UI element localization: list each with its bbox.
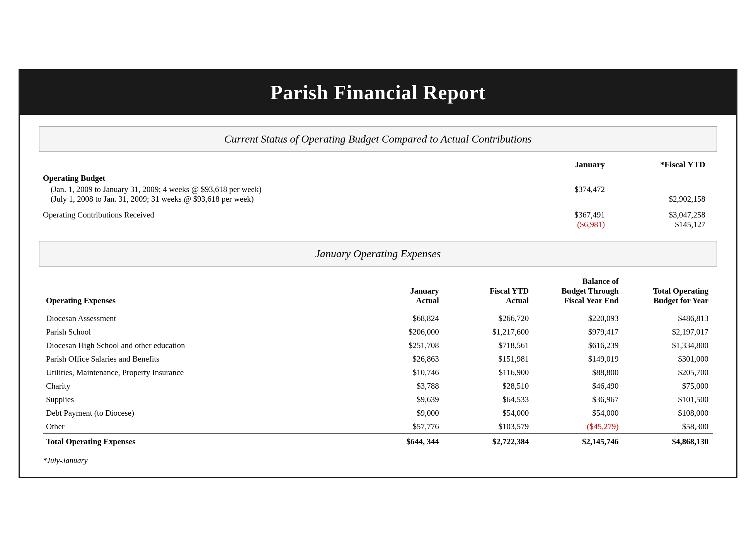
row-total: $101,500 (623, 393, 713, 406)
total-total: $4,868,130 (623, 434, 713, 449)
row-balance: $36,967 (533, 393, 623, 406)
row-label: Diocesan Assessment (43, 312, 354, 325)
row-jan: $9,639 (354, 393, 443, 406)
ob-line2-row: (July 1, 2008 to Jan. 31, 2009; 31 weeks… (43, 194, 713, 204)
row-total: $205,700 (623, 366, 713, 379)
row-total: $58,300 (623, 420, 713, 434)
th-jan: January Actual (354, 274, 443, 308)
row-balance: $979,417 (533, 325, 623, 339)
row-label: Other (43, 420, 354, 434)
total-row: Total Operating Expenses $644, 344 $2,72… (43, 434, 713, 449)
page-title: Parish Financial Report (35, 81, 721, 104)
operating-budget-section: January *Fiscal YTD Operating Budget (Ja… (39, 160, 717, 229)
footnote: *July-January (43, 456, 713, 465)
col-fiscal-ytd-header: *Fiscal YTD (628, 160, 705, 170)
row-label: Parish Office Salaries and Benefits (43, 352, 354, 366)
row-label: Debt Payment (to Diocese) (43, 406, 354, 420)
oc-row: Operating Contributions Received $367,49… (43, 210, 713, 229)
row-ytd: $266,720 (444, 312, 533, 325)
row-jan: $57,776 (354, 420, 443, 434)
oc-jan-diff: ($6,981) (535, 220, 605, 229)
table-row: Parish Office Salaries and Benefits $26,… (43, 352, 713, 366)
oc-ytd-col: $3,047,258 $145,127 (636, 210, 713, 229)
row-label: Utilities, Maintenance, Property Insuran… (43, 366, 354, 379)
row-label: Supplies (43, 393, 354, 406)
oc-label: Operating Contributions Received (43, 210, 535, 220)
row-ytd: $116,900 (444, 366, 533, 379)
table-row: Diocesan High School and other education… (43, 339, 713, 352)
row-jan: $206,000 (354, 325, 443, 339)
row-ytd: $103,579 (444, 420, 533, 434)
table-row: Debt Payment (to Diocese) $9,000 $54,000… (43, 406, 713, 420)
row-ytd: $718,561 (444, 339, 533, 352)
row-jan: $9,000 (354, 406, 443, 420)
row-jan: $10,746 (354, 366, 443, 379)
total-ytd: $2,722,384 (444, 434, 533, 449)
row-ytd: $1,217,600 (444, 325, 533, 339)
ob-line2-ytd: $2,902,158 (636, 194, 713, 204)
section2-title: January Operating Expenses (51, 248, 705, 260)
th-ytd: Fiscal YTD Actual (444, 274, 533, 308)
row-jan: $26,863 (354, 352, 443, 366)
oc-jan-col: $367,491 ($6,981) (535, 210, 613, 229)
ob-line1-row: (Jan. 1, 2009 to January 31, 2009; 4 wee… (43, 185, 713, 194)
expenses-table: Operating Expenses January Actual Fiscal… (43, 274, 713, 448)
row-balance: $46,490 (533, 379, 623, 393)
total-label: Total Operating Expenses (43, 434, 354, 449)
row-total: $2,197,017 (623, 325, 713, 339)
row-balance: $88,800 (533, 366, 623, 379)
page-wrapper: Parish Financial Report Current Status o… (19, 69, 737, 478)
table-row: Other $57,776 $103,579 ($45,279) $58,300 (43, 420, 713, 434)
expenses-header-row: Operating Expenses January Actual Fiscal… (43, 274, 713, 308)
row-ytd: $64,533 (444, 393, 533, 406)
oc-ytd-value: $3,047,258 (636, 210, 705, 220)
row-total: $486,813 (623, 312, 713, 325)
oc-jan-value: $367,491 (535, 210, 605, 220)
section1-title: Current Status of Operating Budget Compa… (51, 133, 705, 145)
section2-box: January Operating Expenses (39, 241, 717, 267)
row-balance: $54,000 (533, 406, 623, 420)
row-balance: ($45,279) (533, 420, 623, 434)
row-ytd: $151,981 (444, 352, 533, 366)
row-balance: $220,093 (533, 312, 623, 325)
row-jan: $68,824 (354, 312, 443, 325)
row-total: $1,334,800 (623, 339, 713, 352)
row-balance: $149,019 (533, 352, 623, 366)
row-jan: $3,788 (354, 379, 443, 393)
th-label: Operating Expenses (43, 274, 354, 308)
row-label: Diocesan High School and other education (43, 339, 354, 352)
row-total: $301,000 (623, 352, 713, 366)
ob-line2-label: (July 1, 2008 to Jan. 31, 2009; 31 weeks… (43, 194, 535, 204)
section1-box: Current Status of Operating Budget Compa… (39, 126, 717, 152)
total-balance: $2,145,746 (533, 434, 623, 449)
th-total: Total Operating Budget for Year (623, 274, 713, 308)
row-label: Parish School (43, 325, 354, 339)
ob-line1-jan: $374,472 (535, 185, 613, 194)
content: Current Status of Operating Budget Compa… (20, 115, 736, 477)
ob-line1-label: (Jan. 1, 2009 to January 31, 2009; 4 wee… (43, 185, 535, 194)
row-ytd: $54,000 (444, 406, 533, 420)
table-row: Utilities, Maintenance, Property Insuran… (43, 366, 713, 379)
col-january-header: January (528, 160, 605, 170)
total-jan: $644, 344 (354, 434, 443, 449)
oc-ytd-diff: $145,127 (636, 220, 705, 229)
table-row: Parish School $206,000 $1,217,600 $979,4… (43, 325, 713, 339)
table-row: Diocesan Assessment $68,824 $266,720 $22… (43, 312, 713, 325)
operating-budget-label: Operating Budget (43, 173, 713, 183)
row-total: $108,000 (623, 406, 713, 420)
table-row: Supplies $9,639 $64,533 $36,967 $101,500 (43, 393, 713, 406)
row-label: Charity (43, 379, 354, 393)
row-jan: $251,708 (354, 339, 443, 352)
row-balance: $616,239 (533, 339, 623, 352)
row-ytd: $28,510 (444, 379, 533, 393)
row-total: $75,000 (623, 379, 713, 393)
header: Parish Financial Report (20, 70, 736, 115)
expenses-section: Operating Expenses January Actual Fiscal… (39, 274, 717, 465)
table-row: Charity $3,788 $28,510 $46,490 $75,000 (43, 379, 713, 393)
th-balance: Balance of Budget Through Fiscal Year En… (533, 274, 623, 308)
